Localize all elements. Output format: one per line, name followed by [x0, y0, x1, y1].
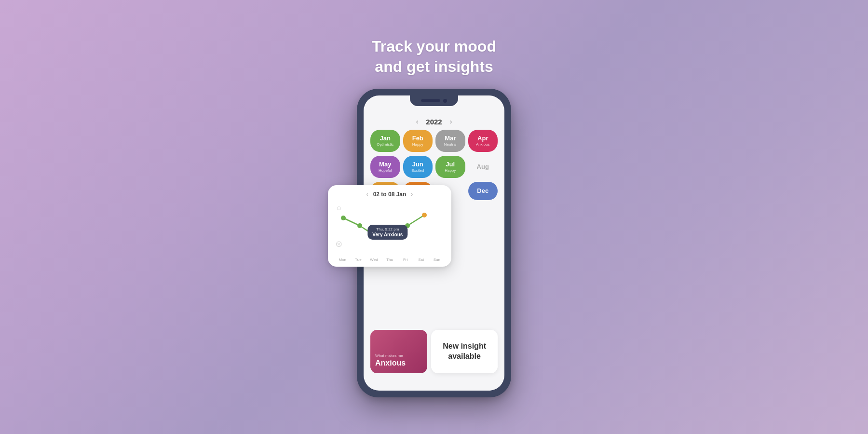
- day-sun: Sun: [429, 258, 445, 262]
- day-sat: Sat: [413, 258, 429, 262]
- month-jun[interactable]: Jun Excited: [403, 156, 433, 178]
- svg-point-0: [341, 216, 346, 220]
- svg-point-5: [422, 213, 427, 217]
- month-feb[interactable]: Feb Happy: [403, 130, 433, 152]
- insight-anxious-label: What makes me: [375, 353, 422, 358]
- headline-line1: Track your mood: [372, 38, 496, 55]
- day-fri: Fri: [397, 258, 413, 262]
- insight-anxious-title: Anxious: [375, 359, 422, 367]
- insight-card-new[interactable]: New insight available: [431, 330, 498, 373]
- svg-point-1: [357, 223, 362, 228]
- day-thu: Thu: [382, 258, 398, 262]
- speaker: [421, 99, 440, 102]
- month-grid-row2: May Hopeful Jun Excited Jul Happy Aug: [364, 156, 504, 182]
- next-week-arrow[interactable]: ›: [411, 191, 413, 198]
- svg-point-3: [390, 231, 395, 236]
- week-days: Mon Tue Wed Thu Fri Sat Sun: [333, 256, 447, 262]
- month-jul[interactable]: Jul Happy: [435, 156, 465, 178]
- headline: Track your mood and get insights: [372, 37, 496, 77]
- day-tue: Tue: [351, 258, 366, 262]
- phone-frame: ‹ 2022 › Jan Optimistic Feb Happy Mar: [357, 89, 511, 397]
- svg-point-4: [405, 223, 410, 228]
- next-year-arrow[interactable]: ›: [450, 118, 452, 125]
- svg-point-2: [374, 234, 379, 239]
- chart-area: ☺ ☹: [333, 203, 447, 256]
- prev-year-arrow[interactable]: ‹: [416, 118, 419, 125]
- week-chart-card: ‹ 02 to 08 Jan › ☺ ☹: [328, 185, 451, 267]
- sad-face-icon: ☹: [336, 241, 342, 248]
- insight-new-text: New insight available: [436, 341, 493, 362]
- insight-card-anxious[interactable]: What makes me Anxious: [370, 330, 427, 373]
- prev-week-arrow[interactable]: ‹: [366, 191, 368, 198]
- mood-chart-svg: [333, 203, 447, 256]
- phone-notch: [410, 95, 458, 106]
- week-nav: ‹ 02 to 08 Jan ›: [333, 191, 447, 198]
- day-wed: Wed: [366, 258, 382, 262]
- bottom-strip: What makes me Anxious New insight availa…: [370, 330, 498, 373]
- month-apr[interactable]: Apr Anxious: [468, 130, 498, 152]
- day-mon: Mon: [335, 258, 351, 262]
- month-may[interactable]: May Hopeful: [370, 156, 400, 178]
- week-label: 02 to 08 Jan: [373, 191, 407, 198]
- month-dec[interactable]: Dec: [468, 182, 498, 200]
- month-jan[interactable]: Jan Optimistic: [370, 130, 400, 152]
- headline-line2: and get insights: [375, 58, 493, 75]
- month-aug-empty: Aug: [468, 156, 498, 178]
- year-label: 2022: [426, 118, 442, 126]
- camera: [443, 99, 447, 103]
- month-grid-row1: Jan Optimistic Feb Happy Mar Neutral Apr…: [364, 130, 504, 156]
- month-mar[interactable]: Mar Neutral: [435, 130, 465, 152]
- year-nav: ‹ 2022 ›: [364, 113, 504, 130]
- happy-face-icon: ☺: [336, 204, 342, 212]
